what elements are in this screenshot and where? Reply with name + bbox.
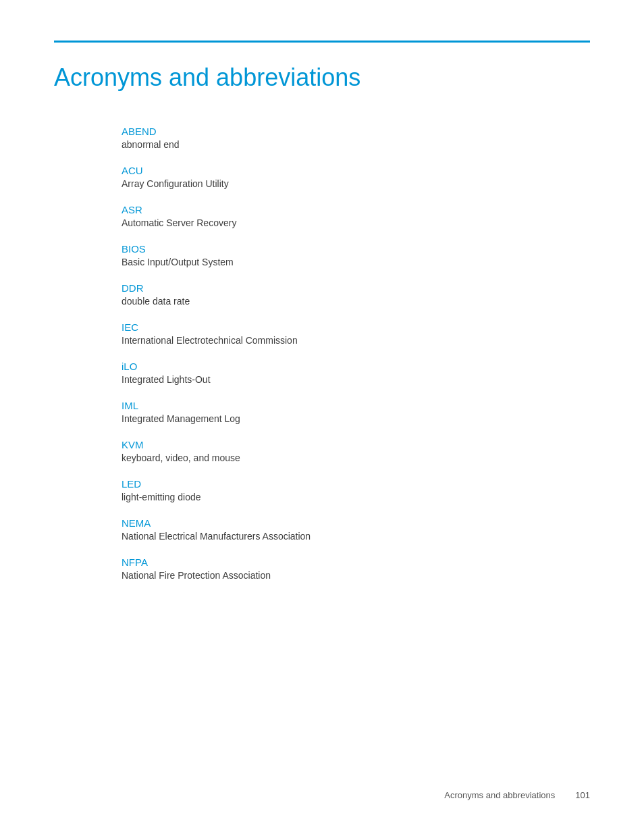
- acronym-term: NEMA: [122, 517, 590, 529]
- top-border: [54, 41, 590, 43]
- acronym-definition: Integrated Lights-Out: [122, 374, 590, 385]
- acronym-definition: Array Configuration Utility: [122, 178, 590, 189]
- acronym-term: NFPA: [122, 556, 590, 568]
- acronym-definition: National Electrical Manufacturers Associ…: [122, 531, 590, 542]
- acronym-definition: Basic Input/Output System: [122, 257, 590, 267]
- acronym-term: ABEND: [122, 126, 590, 137]
- acronym-definition: Integrated Management Log: [122, 413, 590, 424]
- acronym-entry: NFPANational Fire Protection Association: [122, 556, 590, 581]
- acronym-definition: National Fire Protection Association: [122, 570, 590, 581]
- acronym-entry: ABENDabnormal end: [122, 126, 590, 150]
- acronym-entry: ASRAutomatic Server Recovery: [122, 204, 590, 228]
- acronym-term: IEC: [122, 321, 590, 333]
- acronym-term: KVM: [122, 439, 590, 450]
- acronym-definition: keyboard, video, and mouse: [122, 452, 590, 463]
- page-title: Acronyms and abbreviations: [54, 63, 590, 92]
- acronym-entry: DDRdouble data rate: [122, 282, 590, 307]
- acronym-definition: double data rate: [122, 296, 590, 307]
- acronym-entry: BIOSBasic Input/Output System: [122, 243, 590, 267]
- footer-page-number: 101: [575, 790, 590, 800]
- acronym-term: ASR: [122, 204, 590, 215]
- acronym-entry: NEMANational Electrical Manufacturers As…: [122, 517, 590, 542]
- acronym-term: LED: [122, 478, 590, 490]
- acronym-entry: KVMkeyboard, video, and mouse: [122, 439, 590, 463]
- acronym-term: iLO: [122, 361, 590, 372]
- page-footer: Acronyms and abbreviations 101: [444, 790, 590, 800]
- acronym-term: DDR: [122, 282, 590, 294]
- page-container: Acronyms and abbreviations ABENDabnormal…: [0, 0, 644, 834]
- acronym-definition: light-emitting diode: [122, 492, 590, 502]
- footer-label: Acronyms and abbreviations: [444, 790, 555, 800]
- acronym-definition: Automatic Server Recovery: [122, 217, 590, 228]
- acronym-entry: iLOIntegrated Lights-Out: [122, 361, 590, 385]
- acronym-definition: International Electrotechnical Commissio…: [122, 335, 590, 346]
- acronym-entry: ACUArray Configuration Utility: [122, 165, 590, 189]
- acronym-term: ACU: [122, 165, 590, 176]
- acronym-entry: IMLIntegrated Management Log: [122, 400, 590, 424]
- acronym-entry: LEDlight-emitting diode: [122, 478, 590, 502]
- acronym-definition: abnormal end: [122, 139, 590, 150]
- acronym-list: ABENDabnormal endACUArray Configuration …: [122, 126, 590, 581]
- acronym-term: BIOS: [122, 243, 590, 255]
- acronym-term: IML: [122, 400, 590, 411]
- acronym-entry: IECInternational Electrotechnical Commis…: [122, 321, 590, 346]
